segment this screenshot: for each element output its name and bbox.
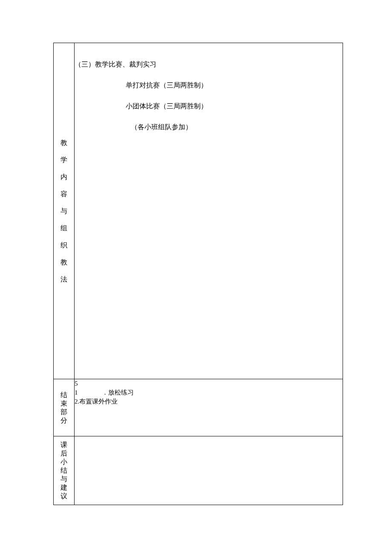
closing-item1-text: ．放松练习 [102, 389, 134, 396]
closing-item1-num: 1 [75, 388, 80, 397]
row3-label-char: 后 [61, 450, 67, 457]
row2-label-char: 分 [61, 417, 67, 424]
row1-label-char: 教 [61, 139, 67, 146]
row3-label-cell: 课 后 小 结 与 建 议 [54, 436, 75, 505]
closing-top-num: 5 [75, 379, 343, 388]
row3-label: 课 后 小 结 与 建 议 [54, 436, 74, 505]
row1-label-char: 组 [61, 225, 67, 232]
row3-label-char: 结 [61, 467, 67, 474]
row3-label-char: 议 [61, 493, 67, 500]
row2-label: 结 束 部 分 [54, 386, 74, 429]
row1-label-char: 内 [61, 174, 67, 180]
row2-content-cell: 5 1．放松练习 2.布置课外作业 [75, 379, 343, 436]
row1-label-char: 容 [61, 191, 67, 198]
row2-label-cell: 结 束 部 分 [54, 379, 75, 436]
row1-content-cell: （三）教学比赛、裁判实习 单打对抗赛（三局两胜制） 小团体比赛（三局两胜制） （… [75, 43, 343, 379]
row1-label-cell: 教 学 内 容 与 组 织 教 法 [54, 43, 75, 379]
closing-item-1: 1．放松练习 [75, 388, 343, 397]
content-line-c: （各小班组队参加） [131, 123, 343, 132]
row1-label: 教 学 内 容 与 组 织 教 法 [54, 130, 74, 292]
row2-label-char: 部 [61, 409, 67, 416]
row3-label-char: 课 [61, 442, 67, 448]
row1-label-char: 法 [61, 276, 67, 283]
row3-content-cell [75, 436, 343, 505]
row1-label-char: 教 [61, 259, 67, 266]
lesson-plan-table: 教 学 内 容 与 组 织 教 法 （三）教学比赛、裁判实习 单打对抗赛（三局两… [53, 43, 343, 505]
row3-label-char: 小 [61, 459, 67, 465]
row2-label-char: 束 [61, 400, 67, 407]
row3-label-char: 与 [61, 476, 67, 482]
section-title: （三）教学比赛、裁判实习 [75, 60, 343, 69]
content-line-a: 单打对抗赛（三局两胜制） [126, 81, 343, 90]
row1-label-char: 学 [61, 157, 67, 163]
row1-label-char: 与 [61, 208, 67, 215]
content-line-b: 小团体比赛（三局两胜制） [126, 102, 343, 111]
closing-item-2: 2.布置课外作业 [75, 397, 343, 406]
row3-label-char: 建 [61, 484, 67, 491]
row2-label-char: 结 [61, 392, 67, 398]
row1-label-char: 织 [61, 242, 67, 249]
